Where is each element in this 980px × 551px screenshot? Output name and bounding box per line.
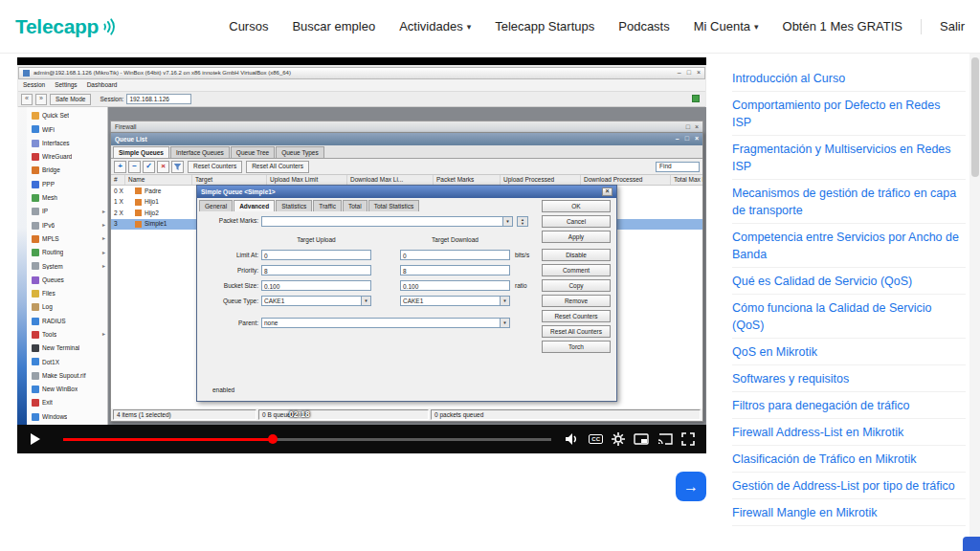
close-icon: × xyxy=(602,187,612,196)
status-bytes-queued: 0 B queued xyxy=(258,409,429,420)
close-icon: × xyxy=(697,69,701,77)
brand-name: Telecapp xyxy=(15,15,99,38)
video-right-controls: CC xyxy=(565,432,695,446)
winbox-menu-new-winbox: New WinBox xyxy=(27,383,107,396)
brand-logo[interactable]: Telecapp xyxy=(15,15,118,38)
limit-at-label: Limit At: xyxy=(197,252,258,259)
winbox-menu-exit: Exit xyxy=(27,396,107,409)
fullscreen-icon[interactable] xyxy=(681,432,695,446)
packet-marks-select: ▼ xyxy=(261,216,513,227)
menu-session: Session xyxy=(23,81,45,89)
session-address-field: 192.168.1.126 xyxy=(126,94,191,104)
menu-icon xyxy=(32,372,39,380)
settings-icon[interactable] xyxy=(612,432,625,446)
tab-queue-types: Queue Types xyxy=(276,146,324,158)
dropdown-arrow-icon: ▼ xyxy=(500,297,509,305)
queue-item-icon xyxy=(135,209,142,216)
minimize-icon: – xyxy=(678,69,681,77)
winbox-app-icon xyxy=(23,70,30,77)
video-progress-bar[interactable] xyxy=(63,438,551,441)
spinner-down-icon: ▼ xyxy=(521,222,524,226)
menu-icon xyxy=(32,208,39,215)
remove-icon: − xyxy=(128,161,141,173)
next-lesson-button[interactable]: → xyxy=(676,472,706,501)
lesson-link-softwares[interactable]: Softwares y requisitos xyxy=(732,365,966,392)
lesson-link-competencia[interactable]: Competencia entre Servicios por Ancho de… xyxy=(732,224,966,268)
lesson-link-clasificacion[interactable]: Clasificación de Tráfico en Mikrotik xyxy=(732,446,966,473)
lesson-link-firewall-mangle[interactable]: Firewall Mangle en Mikrotik xyxy=(732,499,966,526)
lesson-link-comportamiento[interactable]: Comportamiento por Defecto en Redes ISP xyxy=(732,92,966,136)
tab-general: General xyxy=(199,200,233,211)
lesson-link-mecanismos[interactable]: Mecanismos de gestión de tráfico en capa… xyxy=(732,180,966,224)
queue-item-icon xyxy=(135,221,142,228)
winbox-menubar: Session Settings Dashboard xyxy=(18,79,705,92)
course-lessons-sidebar: Introducción al Curso Comportamiento por… xyxy=(732,54,966,551)
status-items: 4 items (1 selected) xyxy=(113,409,256,420)
lesson-link-firewall-address-list[interactable]: Firewall Address-List en Mikrotik xyxy=(732,419,966,446)
winbox-menu-bridge: Bridge xyxy=(27,164,107,177)
queue-list-title: Queue List xyxy=(115,136,147,143)
nav-salir[interactable]: Salir xyxy=(940,19,965,33)
lesson-link-que-es-qos[interactable]: Qué es Calidad de Servicio (QoS) xyxy=(732,268,966,295)
nav-obten-mes-gratis[interactable]: Obtén 1 Mes GRATIS xyxy=(783,19,902,33)
tab-total: Total xyxy=(343,200,368,211)
bucket-unit: ratio xyxy=(515,282,527,290)
menu-icon xyxy=(32,331,39,339)
menu-icon xyxy=(32,153,39,161)
menu-icon xyxy=(32,344,39,352)
reset-all-counters-button: Reset All Counters xyxy=(542,325,611,338)
winbox-screenshot: admin@192.168.1.126 (MikroTik) - WinBox … xyxy=(17,65,706,425)
tab-advanced: Advanced xyxy=(234,200,275,211)
winbox-workspace: Quick Set WiFi Interfaces WireGuard Brid… xyxy=(17,107,706,425)
play-icon[interactable] xyxy=(29,432,42,446)
winbox-menu-dot1x: Dot1X xyxy=(27,355,107,368)
lesson-link-como-funciona-qos[interactable]: Cómo funciona la Calidad de Servicio (Qo… xyxy=(732,295,966,339)
nav-podcasts[interactable]: Podcasts xyxy=(618,19,669,33)
subtitles-icon[interactable]: CC xyxy=(589,434,603,444)
simple-queue-dialog: Simple Queue <Simple1> × General Advance… xyxy=(196,185,617,402)
lesson-link-gestion-address-list[interactable]: Gestión de Address-List por tipo de tráf… xyxy=(732,473,966,499)
menu-icon xyxy=(32,262,39,270)
lesson-link-fragmentacion[interactable]: Fragmentación y Multiservicios en Redes … xyxy=(732,136,966,180)
caret-down-icon: ▾ xyxy=(467,22,472,32)
nav-buscar-empleo[interactable]: Buscar empleo xyxy=(292,19,375,33)
lesson-link-qos-mikrotik[interactable]: QoS en Mikrotik xyxy=(732,339,966,365)
scrollbar-thumb[interactable] xyxy=(971,57,979,177)
winbox-window-title: admin@192.168.1.126 (MikroTik) - WinBox … xyxy=(33,70,674,77)
cancel-button: Cancel xyxy=(542,215,611,228)
video-player[interactable]: admin@192.168.1.126 (MikroTik) - WinBox … xyxy=(17,57,706,453)
enabled-status: enabled xyxy=(212,386,234,394)
menu-icon xyxy=(32,358,39,365)
video-time-tooltip: 02:18 xyxy=(289,409,310,419)
winbox-menu-system: System xyxy=(27,259,107,273)
menu-icon xyxy=(32,303,39,311)
lesson-link-introduccion[interactable]: Introducción al Curso xyxy=(732,65,966,92)
firewall-window-title: Firewall xyxy=(115,123,136,131)
session-label: Session: xyxy=(100,96,123,103)
firewall-window-controls: □ × xyxy=(686,123,699,131)
winbox-menu-tools: Tools xyxy=(27,328,107,342)
main-nav: Cursos Buscar empleo Actividades ▾ Telec… xyxy=(229,19,965,34)
cast-icon[interactable] xyxy=(657,433,673,445)
miniplayer-icon[interactable] xyxy=(634,433,649,445)
winbox-menu-routing: Routing xyxy=(27,246,107,259)
lesson-link-filtros[interactable]: Filtros para denegación de tráfico xyxy=(732,392,966,419)
volume-icon[interactable] xyxy=(565,432,580,446)
queue-list-tabs: Simple Queues Interface Queues Queue Tre… xyxy=(111,145,702,159)
floating-button[interactable] xyxy=(963,537,980,551)
queue-type-download-select: CAKE1 ▼ xyxy=(400,296,510,306)
nav-telecapp-startups[interactable]: Telecapp Startups xyxy=(495,19,594,33)
winbox-toolbar: « » Safe Mode Session: 192.168.1.126 xyxy=(18,92,705,107)
tab-statistics: Statistics xyxy=(276,200,312,211)
nav-mi-cuenta[interactable]: Mi Cuenta ▾ xyxy=(694,19,759,33)
nav-cursos[interactable]: Cursos xyxy=(229,19,268,33)
menu-settings: Settings xyxy=(55,81,78,89)
safe-mode-button: Safe Mode xyxy=(50,94,91,105)
video-progress-handle[interactable] xyxy=(268,434,278,444)
nav-actividades[interactable]: Actividades ▾ xyxy=(399,19,471,33)
video-controls-bar: CC xyxy=(17,425,706,453)
connection-indicator xyxy=(692,95,700,102)
queue-list-toolbar: + − ✓ × Reset Counters Reset All Counter… xyxy=(111,159,702,175)
winbox-menu-log: Log xyxy=(27,300,107,314)
menu-icon xyxy=(32,249,39,256)
